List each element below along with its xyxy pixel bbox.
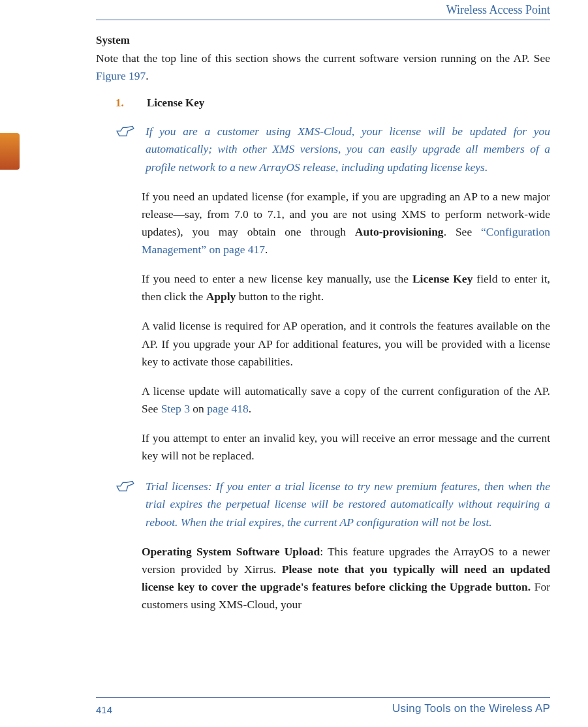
para-auto-save: A license update will automatically save… bbox=[142, 382, 550, 418]
note-text: Trial licenses: If you enter a trial lic… bbox=[146, 478, 550, 531]
note-xms-cloud: If you are a customer using XMS-Cloud, y… bbox=[116, 123, 550, 176]
p1-bold: Auto-provisioning bbox=[355, 225, 444, 238]
list-label: License Key bbox=[147, 97, 204, 110]
p4-on: on bbox=[190, 402, 207, 415]
page418-link[interactable]: page 418 bbox=[207, 402, 249, 415]
para-os-upload: Operating System Software Upload: This f… bbox=[142, 543, 550, 614]
page: Wireless Access Point System Note that t… bbox=[0, 0, 588, 727]
note-trial-license: Trial licenses: If you enter a trial lic… bbox=[116, 478, 550, 531]
intro-post: . bbox=[146, 69, 148, 82]
p2-pre: If you need to enter a new license key m… bbox=[142, 272, 412, 285]
p2-post: button to the right. bbox=[236, 290, 324, 303]
indent-block-2: Operating System Software Upload: This f… bbox=[142, 543, 550, 614]
p1-post: . bbox=[265, 243, 268, 256]
page-number: 414 bbox=[96, 704, 112, 715]
step3-link[interactable]: Step 3 bbox=[161, 402, 190, 415]
p6-b1: Operating System Software Upload bbox=[142, 545, 320, 558]
indent-block: If you need an updated license (for exam… bbox=[142, 188, 550, 465]
intro-pre: Note that the top line of this section s… bbox=[96, 52, 550, 65]
p2-b1: License Key bbox=[412, 272, 472, 285]
hand-note-icon bbox=[116, 478, 146, 531]
header-rule bbox=[96, 20, 550, 20]
para-valid-license: A valid license is required for AP opera… bbox=[142, 317, 550, 370]
section-heading: System bbox=[96, 34, 550, 47]
header-title: Wireless Access Point bbox=[446, 3, 550, 17]
list-number: 1. bbox=[116, 97, 147, 110]
list-item-1: 1. License Key bbox=[116, 97, 550, 110]
hand-note-icon bbox=[116, 123, 146, 176]
figure-link[interactable]: Figure 197 bbox=[96, 69, 146, 82]
footer-rule bbox=[96, 697, 550, 698]
p4-post: . bbox=[249, 402, 251, 415]
p1-mid: . See bbox=[444, 225, 481, 238]
p2-b2: Apply bbox=[206, 290, 236, 303]
sidebar-tab bbox=[0, 133, 20, 170]
note-text: If you are a customer using XMS-Cloud, y… bbox=[146, 123, 550, 176]
intro-text: Note that the top line of this section s… bbox=[96, 50, 550, 85]
para-auto-provisioning: If you need an updated license (for exam… bbox=[142, 188, 550, 259]
footer-title: Using Tools on the Wireless AP bbox=[392, 702, 550, 715]
para-license-key-field: If you need to enter a new license key m… bbox=[142, 270, 550, 305]
para-invalid-key: If you attempt to enter an invalid key, … bbox=[142, 429, 550, 465]
content-area: System Note that the top line of this se… bbox=[96, 34, 550, 681]
